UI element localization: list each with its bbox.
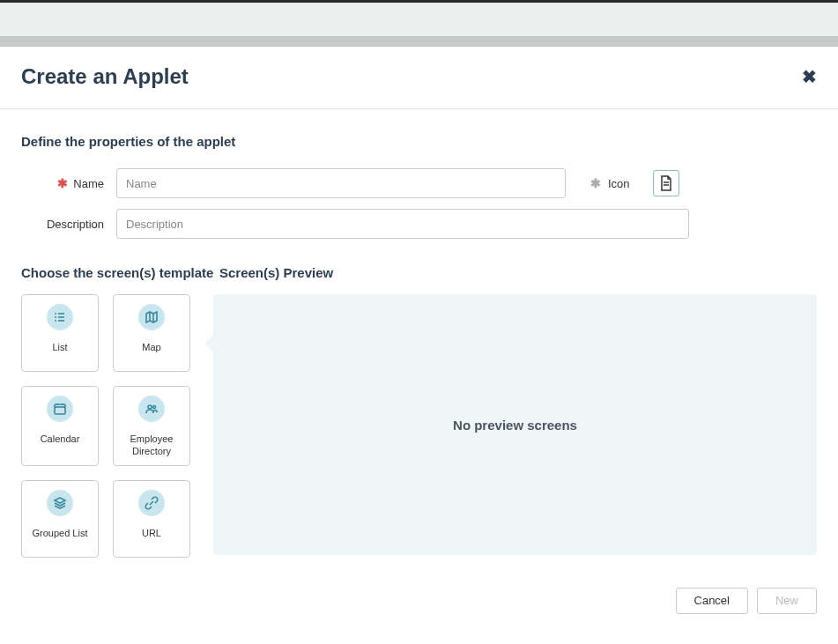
icon-label-cell: ✱ Icon bbox=[590, 170, 679, 196]
map-icon bbox=[138, 304, 165, 330]
svg-point-4 bbox=[55, 316, 56, 318]
description-label-cell: Description bbox=[21, 218, 116, 231]
name-row: ✱ Name ✱ Icon bbox=[21, 168, 817, 198]
required-asterisk-icon: ✱ bbox=[57, 176, 68, 190]
template-label: Calendar bbox=[41, 433, 80, 445]
icon-picker-button[interactable] bbox=[653, 170, 679, 196]
template-label: Employee Directory bbox=[117, 433, 186, 458]
layers-icon bbox=[47, 490, 73, 516]
top-mid-gray-band bbox=[0, 36, 838, 47]
link-icon bbox=[138, 490, 165, 516]
svg-point-6 bbox=[55, 320, 56, 322]
template-card-map[interactable]: Map bbox=[113, 294, 190, 372]
preview-section-label: Screen(s) Preview bbox=[219, 265, 333, 280]
template-card-url[interactable]: URL bbox=[113, 480, 190, 558]
document-icon bbox=[659, 175, 673, 191]
list-icon bbox=[47, 304, 73, 330]
template-section-label: Choose the screen(s) template bbox=[21, 265, 219, 280]
people-icon bbox=[138, 396, 165, 422]
name-input[interactable] bbox=[116, 168, 566, 198]
description-row: Description bbox=[21, 209, 817, 239]
cancel-button[interactable]: Cancel bbox=[676, 588, 748, 614]
modal-footer: Cancel New bbox=[0, 574, 838, 635]
modal-body: Define the properties of the applet ✱ Na… bbox=[0, 109, 838, 574]
new-button[interactable]: New bbox=[757, 588, 817, 614]
template-label: Grouped List bbox=[33, 527, 88, 539]
preview-arrow-icon bbox=[204, 335, 213, 352]
template-card-calendar[interactable]: Calendar bbox=[21, 386, 99, 466]
template-grid: List Map bbox=[21, 294, 190, 558]
close-icon[interactable]: ✖ bbox=[802, 68, 817, 85]
template-preview-headers: Choose the screen(s) template Screen(s) … bbox=[21, 265, 817, 280]
svg-point-2 bbox=[55, 313, 56, 315]
icon-label: Icon bbox=[608, 177, 630, 190]
modal-title: Create an Applet bbox=[21, 64, 189, 89]
preview-panel: No preview screens bbox=[213, 294, 817, 555]
svg-point-17 bbox=[148, 405, 152, 409]
optional-asterisk-icon: ✱ bbox=[590, 176, 601, 190]
template-label: Map bbox=[142, 341, 160, 353]
top-header-band bbox=[0, 3, 838, 36]
template-label: URL bbox=[142, 527, 161, 539]
template-label: List bbox=[52, 341, 67, 353]
create-applet-modal: Create an Applet ✖ Define the properties… bbox=[0, 47, 838, 635]
description-label: Description bbox=[47, 218, 104, 231]
description-input[interactable] bbox=[116, 209, 689, 239]
name-label: Name bbox=[73, 177, 104, 190]
template-card-employee-directory[interactable]: Employee Directory bbox=[113, 386, 190, 466]
template-card-list[interactable]: List bbox=[21, 294, 99, 372]
name-label-cell: ✱ Name bbox=[21, 176, 116, 190]
svg-point-18 bbox=[153, 406, 156, 409]
calendar-icon bbox=[47, 396, 73, 422]
preview-empty-text: No preview screens bbox=[453, 418, 577, 433]
svg-rect-10 bbox=[55, 404, 65, 414]
properties-section-label: Define the properties of the applet bbox=[21, 134, 817, 149]
modal-header: Create an Applet ✖ bbox=[0, 47, 838, 109]
template-card-grouped-list[interactable]: Grouped List bbox=[21, 480, 99, 558]
templates-preview-row: List Map bbox=[21, 294, 817, 558]
